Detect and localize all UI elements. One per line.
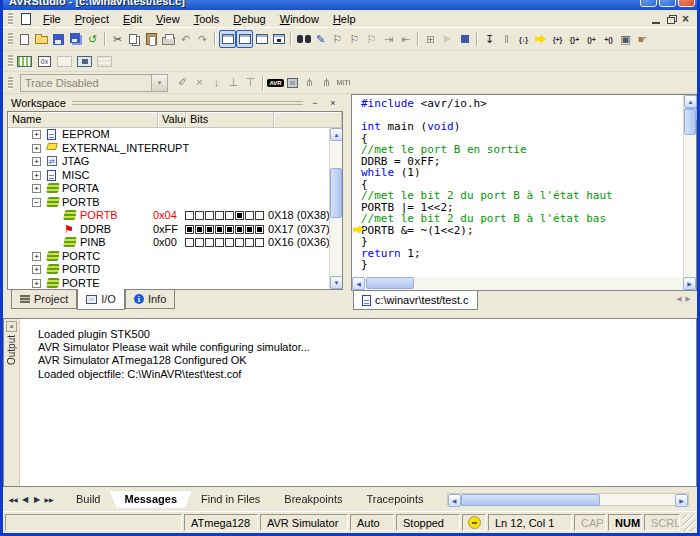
expander-icon[interactable]: + bbox=[32, 171, 41, 180]
expander-icon[interactable]: + bbox=[32, 265, 41, 274]
scroll-left-icon[interactable]: ◀ bbox=[448, 494, 461, 507]
bit-checkbox[interactable] bbox=[215, 225, 224, 234]
cut-icon[interactable]: ✂ bbox=[109, 30, 126, 48]
expander-icon[interactable]: + bbox=[32, 279, 41, 288]
scroll-next-icon[interactable]: ▶ bbox=[31, 492, 43, 506]
bit-checkbox[interactable] bbox=[235, 225, 244, 234]
bit-checkbox[interactable] bbox=[225, 225, 234, 234]
bit-checkbox[interactable] bbox=[215, 238, 224, 247]
menu-view[interactable]: View bbox=[149, 11, 187, 27]
column-header-value[interactable]: Value bbox=[158, 112, 186, 127]
io-register-ddrb[interactable]: ⚑DDRB0xFF0X17 (0X37) bbox=[8, 223, 329, 237]
bit-checkbox[interactable] bbox=[225, 211, 234, 220]
file-tab[interactable]: c:\winavr\test/test.c bbox=[353, 291, 478, 310]
close-button[interactable] bbox=[678, 0, 695, 7]
toggle-drag-icon[interactable]: ☛ bbox=[634, 30, 651, 48]
save-all-icon[interactable] bbox=[67, 30, 84, 48]
watch-window-icon[interactable] bbox=[270, 30, 287, 48]
paste-icon[interactable] bbox=[143, 30, 160, 48]
io-group-portc[interactable]: +PORTC bbox=[8, 250, 329, 264]
io-group-jtag[interactable]: +⇄JTAG bbox=[8, 155, 329, 169]
scrollbar-thumb[interactable] bbox=[461, 494, 600, 506]
io-group-portd[interactable]: +PORTD bbox=[8, 263, 329, 277]
scroll-right-icon[interactable]: ▶ bbox=[683, 277, 696, 290]
next-bookmark-icon[interactable]: ⚐ bbox=[346, 30, 363, 48]
scroll-left-icon[interactable]: ◀ bbox=[352, 277, 365, 290]
memory-view-icon[interactable]: 0x bbox=[36, 52, 53, 70]
tab-messages[interactable]: Messages bbox=[109, 491, 192, 508]
toggle-bookmark-icon[interactable]: ⚐ bbox=[329, 30, 346, 48]
scroll-first-icon[interactable]: ◀◀ bbox=[7, 492, 19, 506]
expander-icon[interactable]: + bbox=[32, 252, 41, 261]
tab-io[interactable]: I/O bbox=[77, 289, 125, 310]
menu-window[interactable]: Window bbox=[273, 11, 326, 27]
menu-help[interactable]: Help bbox=[326, 11, 363, 27]
bit-checkbox[interactable] bbox=[185, 238, 194, 247]
tree-vertical-scrollbar[interactable]: ▲ ▼ bbox=[329, 128, 342, 289]
scrollbar-thumb[interactable] bbox=[330, 168, 342, 218]
pane-close-button[interactable]: × bbox=[327, 97, 339, 109]
bit-checkbox[interactable] bbox=[195, 238, 204, 247]
step-out-icon[interactable]: {}+ bbox=[566, 30, 583, 48]
scroll-up-icon[interactable]: ▲ bbox=[684, 95, 697, 108]
toggle-views-icon[interactable] bbox=[253, 30, 270, 48]
output-horizontal-scrollbar[interactable]: ◀ ▶ bbox=[447, 493, 689, 506]
print-icon[interactable] bbox=[160, 30, 177, 48]
output-close-icon[interactable]: × bbox=[6, 321, 17, 332]
scroll-last-icon[interactable]: ▶▶ bbox=[43, 492, 55, 506]
io-group-misc[interactable]: +MISC bbox=[8, 169, 329, 183]
code-text[interactable]: #include <avr/io.h> int main (void){//me… bbox=[352, 95, 683, 277]
bit-checkbox[interactable] bbox=[235, 211, 244, 220]
open-file-icon[interactable] bbox=[33, 30, 50, 48]
bit-checkbox[interactable] bbox=[245, 211, 254, 220]
io-group-eeprom[interactable]: +EEPROM bbox=[8, 128, 329, 142]
bit-checkbox[interactable] bbox=[255, 211, 264, 220]
bit-checkbox[interactable] bbox=[205, 238, 214, 247]
tab-breakpoints[interactable]: Breakpoints bbox=[269, 491, 357, 508]
device-config-icon[interactable] bbox=[284, 74, 301, 92]
step-over-icon[interactable]: {+} bbox=[549, 30, 566, 48]
reload-objectfile-icon[interactable]: ↺ bbox=[84, 30, 101, 48]
trace-dropdown-arrow-icon[interactable]: ▼ bbox=[152, 74, 168, 92]
toolbar-grip-handle[interactable] bbox=[8, 33, 13, 45]
editor-vertical-scrollbar[interactable]: ▲ ▼ bbox=[683, 95, 696, 277]
io-register-portb[interactable]: PORTB0x040X18 (0X38) bbox=[8, 209, 329, 223]
editor-horizontal-scrollbar[interactable]: ◀ ▶ bbox=[351, 277, 697, 290]
trace-dropdown[interactable]: Trace Disabled bbox=[20, 74, 152, 92]
tab-info[interactable]: iInfo bbox=[125, 290, 175, 309]
menu-debug[interactable]: Debug bbox=[226, 11, 272, 27]
toggle-output-icon[interactable] bbox=[236, 30, 253, 48]
io-group-portb[interactable]: −PORTB bbox=[8, 196, 329, 210]
pane-minimize-button[interactable]: − bbox=[309, 97, 321, 109]
avr-device-icon[interactable]: AVR bbox=[267, 74, 284, 92]
expander-icon[interactable]: + bbox=[32, 144, 41, 153]
autostep-icon[interactable]: +() bbox=[600, 30, 617, 48]
show-next-statement-icon[interactable] bbox=[532, 30, 549, 48]
step-into-icon[interactable]: {↓} bbox=[515, 30, 532, 48]
mdi-minimize-icon[interactable] bbox=[652, 22, 660, 24]
bit-checkbox[interactable] bbox=[235, 238, 244, 247]
mdi-restore-icon[interactable] bbox=[667, 17, 675, 24]
maximize-button[interactable] bbox=[659, 0, 676, 7]
menu-file[interactable]: File bbox=[36, 11, 68, 27]
code-editor[interactable]: #include <avr/io.h> int main (void){//me… bbox=[351, 94, 697, 277]
minimize-button[interactable] bbox=[640, 0, 657, 7]
bit-checkbox[interactable] bbox=[185, 211, 194, 220]
io-view-icon[interactable] bbox=[16, 52, 33, 70]
find-in-files-icon[interactable]: ✎ bbox=[312, 30, 329, 48]
bit-checkbox[interactable] bbox=[195, 225, 204, 234]
tab-scroll-left-icon[interactable]: ◀ bbox=[676, 295, 681, 303]
io-group-external_interrupt[interactable]: +EXTERNAL_INTERRUPT bbox=[8, 142, 329, 156]
toolbar-grip-handle[interactable] bbox=[8, 55, 13, 67]
bit-checkbox[interactable] bbox=[185, 225, 194, 234]
column-header-extra[interactable] bbox=[274, 112, 342, 127]
scroll-down-icon[interactable]: ▼ bbox=[330, 276, 343, 289]
tab-build[interactable]: Build bbox=[61, 491, 115, 508]
menu-project[interactable]: Project bbox=[68, 11, 116, 27]
scrollbar-thumb[interactable] bbox=[366, 277, 414, 289]
io-group-porta[interactable]: +PORTA bbox=[8, 182, 329, 196]
bit-checkbox[interactable] bbox=[225, 238, 234, 247]
processor-view-icon[interactable] bbox=[76, 52, 93, 70]
column-header-bits[interactable]: Bits bbox=[186, 112, 274, 127]
bit-checkbox[interactable] bbox=[215, 211, 224, 220]
